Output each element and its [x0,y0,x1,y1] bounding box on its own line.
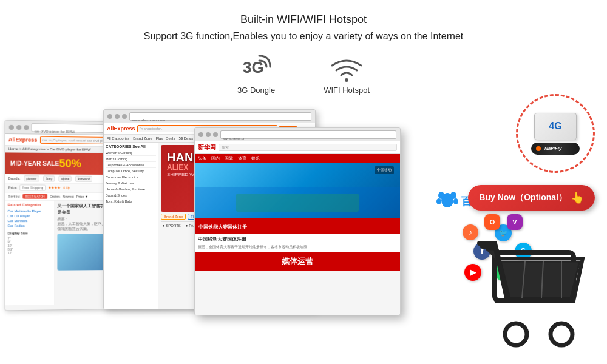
screenshots-area: car DVD player for BMW AliExpress car mp… [6,109,401,334]
nav-domestic[interactable]: 国内 [211,156,220,161]
svg-point-3 [438,192,444,199]
sidebar-car-cd[interactable]: Car CD Player [8,214,52,218]
browser-dot [16,124,21,129]
browser-dot-3 [206,132,211,137]
svg-text:3G: 3G [243,58,264,76]
wifi-item: WIFI Hotspot [324,56,370,95]
svg-point-6 [453,198,458,204]
article-title: 中国移动大赛国体注册 [198,237,397,243]
media-banner-title: 媒体运营 [282,256,313,267]
wifi-signal-icon [330,56,364,83]
buy-now-label: Buy Now（Optional） [479,192,567,203]
3g-label: 3G Dongle [237,86,275,95]
aliexpress-logo-2: AliExpress [107,126,135,132]
cat-mens-clothing[interactable]: Men's Clothing [106,156,156,162]
svg-point-5 [436,198,441,204]
icons-section: 3G 3G Dongle WIFI Hotspot [0,50,607,95]
wifi-label: WIFI Hotspot [324,86,370,95]
shopping-cart-icon [476,240,598,352]
device-circle: 4G NaviFly [516,94,595,173]
nav-flash-deals[interactable]: Flash Deals [156,136,175,140]
news-logo: 新华网 [198,143,216,152]
header-title: Built-in WIFI/WIFI Hotspot [0,11,607,29]
news-search[interactable]: 搜索 [219,144,397,151]
3g-signal-icon: 3G [240,50,273,83]
cat-cellphones[interactable]: Cellphones & Accessories [106,162,156,168]
article-text: 据悉，全国体育大赛将于近期开始注册报名，各省市运动员积极响应... [198,244,397,249]
mid-sale-text: MID-YEAR SALE [10,160,59,167]
browser-dot-2 [115,114,120,119]
purple-app-icon: V [507,214,523,230]
browser-3-toolbar: www.news.cn [195,128,400,141]
device-dongle: NaviFly [531,143,580,155]
svg-point-4 [450,192,456,199]
ali-sidebar-1: Related Categories Car Multimedia Player… [5,201,55,306]
svg-point-1 [345,78,348,82]
nav-top[interactable]: 头条 [198,156,206,161]
nav-sports[interactable]: ● SPORTS [163,224,181,228]
browser-2-addressbar[interactable]: www.aliexpress.com [129,112,311,121]
ali-categories-sidebar: CATEGORIES See All Women's Clothing Men'… [104,143,158,309]
nav-all-categories[interactable]: All Categories [107,136,129,140]
news-headline-text: 中国铁能大赛国体注册 [198,224,247,230]
cat-womens-clothing[interactable]: Women's Clothing [106,150,156,156]
nav-sports-cn[interactable]: 体育 [238,156,246,161]
news-headline-bar: 中国铁能大赛国体注册 [195,218,400,234]
browser-dot [9,124,14,129]
3g-dongle-item: 3G 3G Dongle [237,50,275,95]
dongle-brand-text: NaviFly [544,146,561,151]
device-card: 4G [534,113,577,140]
cat-jewelry[interactable]: Jewelry & Watches [106,180,156,186]
orange-app-icon: O [484,214,500,230]
browser-3-addressbar[interactable]: www.news.cn [220,130,396,139]
cart-container [476,240,598,355]
browser-dot [24,125,29,130]
ali-sidebar-title: Related Categories [8,203,52,207]
buy-now-button[interactable]: Buy Now（Optional） 👆 [468,185,595,211]
header-section: Built-in WIFI/WIFI Hotspot Support 3G fu… [0,0,607,44]
browser-2-toolbar: www.aliexpress.com [104,110,315,123]
sidebar-car-radios[interactable]: Car Radios [8,223,52,228]
header-subtitle: Support 3G function,Enables you to enjoy… [0,29,607,44]
mid-sale-percent: 50% [59,157,81,170]
sidebar-car-multimedia[interactable]: Car Multimedia Player [8,209,52,214]
browser-dot-3 [213,132,218,137]
music-icon: ♪ [463,224,478,240]
brand-zone-btn[interactable]: Brand Zone [161,214,186,220]
browser-dot-3 [198,132,203,137]
categories-title: CATEGORIES See All [106,144,156,149]
browser-dot-2 [107,114,112,119]
cat-bags[interactable]: Bags & Shoes [106,192,156,198]
cursor-hand-icon: 👆 [571,191,584,204]
cat-toys[interactable]: Toys, Kids & Baby [106,198,156,204]
news-header: 新华网 搜索 [195,141,400,154]
nav-5-deals[interactable]: 5$ Deals [178,136,193,140]
device-4g: 4G NaviFly [531,113,580,155]
news-nav: 头条 国内 国际 体育 娱乐 [195,154,400,163]
cat-computer[interactable]: Computer Office, Security [106,168,156,174]
browser-3: www.news.cn 新华网 搜索 头条 国内 国际 体育 娱乐 [194,127,401,315]
sidebar-car-monitors[interactable]: Car Monitors [8,218,52,223]
news-article: 中国移动大赛国体注册 据悉，全国体育大赛将于近期开始注册报名，各省市运动员积极响… [195,234,400,252]
dongle-led [536,146,541,151]
cat-electronics[interactable]: Consumer Electronics [106,174,156,180]
nav-brand-zone[interactable]: Brand Zone [133,136,152,140]
news-hero-image: 中国移动 [195,163,400,218]
browser-dot-2 [122,114,127,119]
main-container: Built-in WIFI/WIFI Hotspot Support 3G fu… [0,0,607,364]
svg-point-11 [551,323,572,345]
nav-entertainment[interactable]: 娱乐 [251,156,260,161]
cat-home[interactable]: Home & Garden, Furniture [106,186,156,192]
aliexpress-logo-1: AliExpress [8,136,38,143]
media-banner: 媒体运营 [195,252,400,271]
svg-point-10 [505,323,527,345]
nav-intl[interactable]: 国际 [225,156,233,161]
